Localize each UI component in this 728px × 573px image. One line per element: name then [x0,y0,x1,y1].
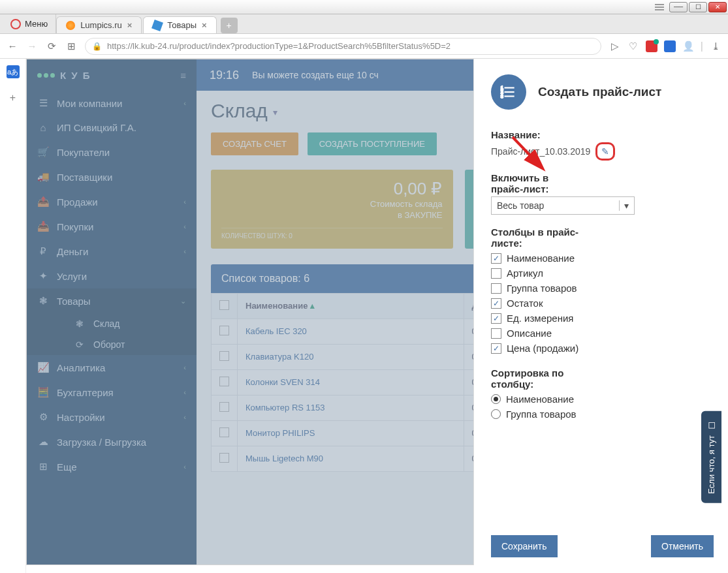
product-link[interactable]: Мышь Ligetech M90 [245,454,323,463]
row-checkbox[interactable] [219,427,229,437]
sidebar-toggle-icon[interactable]: ≡ [180,70,187,81]
bookmark-icon[interactable]: ♡ [627,40,639,52]
minimize-button[interactable]: ── [669,2,688,12]
rouble-icon: ₽ [37,245,49,257]
col-name[interactable]: Наименование ▴ [238,293,464,318]
feedback-tab[interactable]: Если что, я тут ☐ [701,411,721,503]
send-icon[interactable]: ▷ [609,40,621,52]
save-button[interactable]: Сохранить [491,535,558,557]
extension-opera-icon[interactable] [646,40,657,52]
checkbox-icon[interactable] [491,328,501,339]
speed-dial-button[interactable]: ⊞ [65,40,77,52]
sidebar-item-import[interactable]: ☁Загрузка / Выгрузка [27,429,197,454]
sidebar-item-money[interactable]: ₽Деньги‹ [27,239,197,264]
product-link[interactable]: Компьютер RS 1153 [245,403,325,412]
in-icon: 📥 [37,221,49,232]
chevron-down-icon: ▾ [619,200,629,211]
sidebar-item-services[interactable]: ✦Услуги [27,264,197,288]
radio-icon[interactable] [491,409,501,419]
product-link[interactable]: Монитор PHILIPS [245,428,315,438]
tab-lumpics[interactable]: Lumpics.ru × [56,16,142,33]
checkbox-icon[interactable] [491,298,501,309]
sidebar-item-settings[interactable]: ⚙Настройки‹ [27,405,197,429]
translate-sidebar-icon[interactable]: aあ [7,65,20,78]
window-menu-icon[interactable] [655,4,664,10]
column-checkbox-row[interactable]: Группа товаров [491,281,704,296]
sidebar-item-companies[interactable]: ☰Мои компании‹ [27,91,197,116]
column-checkbox-row[interactable]: Ед. измерения [491,311,704,326]
list-icon: ☰ [37,97,49,109]
column-checkbox-row[interactable]: Остаток [491,296,704,311]
new-tab-button[interactable]: + [221,18,238,33]
dialog-title: Создать прайс-лист [538,85,661,99]
product-link[interactable]: Колонки SVEN 314 [245,377,320,387]
sidebar-item-accounting[interactable]: 🧮Бухгалтерия‹ [27,380,197,405]
create-receipt-button[interactable]: СОЗДАТЬ ПОСТУПЛЕНИЕ [308,132,437,155]
checkbox-icon[interactable] [491,343,501,354]
name-label: Название: [491,129,704,140]
sidebar-item-suppliers[interactable]: 🚚Поставщики [27,164,197,189]
sort-radio-row[interactable]: Наименование [491,392,704,407]
include-select[interactable]: Весь товар ▾ [491,196,635,215]
cancel-button[interactable]: Отменить [651,535,714,557]
sort-label: Сортировка по столбцу: [491,367,595,390]
chevron-left-icon: ‹ [183,388,186,396]
create-invoice-button[interactable]: СОЗДАТЬ СЧЕТ [211,132,298,155]
downloads-icon[interactable]: ⤓ [710,40,721,52]
column-checkbox-row[interactable]: Описание [491,326,704,341]
sidebar-sub-warehouse[interactable]: ❃Склад [50,313,197,334]
row-checkbox[interactable] [219,377,229,386]
columns-label: Столбцы в прайс-листе: [491,226,582,249]
checkbox-icon[interactable] [491,268,501,279]
sidebar-item-purchases[interactable]: 📥Покупки‹ [27,214,197,239]
chevron-left-icon: ‹ [183,463,186,471]
sidebar-item-buyers[interactable]: 🛒Покупатели [27,140,197,164]
edit-name-highlight: ✎ [595,142,615,161]
row-checkbox[interactable] [219,453,229,463]
product-link[interactable]: Кабель IEC 320 [245,326,307,336]
column-checkbox-row[interactable]: Цена (продажи) [491,341,704,356]
sidebar-item-products[interactable]: ❃Товары⌄ [27,288,197,313]
profile-icon[interactable]: 👤 [682,40,694,52]
lock-icon: 🔒 [92,42,102,51]
chevron-left-icon: ‹ [183,99,186,107]
sort-radio-row[interactable]: Группа товаров [491,407,704,422]
svg-text:3: 3 [501,94,503,99]
tab-tovary[interactable]: Товары × [143,16,216,33]
checkbox-all[interactable] [219,300,229,310]
sidebar-item-sales[interactable]: 📤Продажи‹ [27,189,197,214]
calc-icon: 🧮 [37,386,49,398]
lumpics-favicon-icon [66,21,75,30]
sidebar-item-ip[interactable]: ⌂ИП Сивицкий Г.А. [27,116,197,140]
checkbox-icon[interactable] [491,313,501,324]
dropdown-icon[interactable]: ▾ [273,107,277,117]
url-field[interactable]: 🔒 https://lk.kub-24.ru/product/index?pro… [85,38,601,55]
name-value: Прайс-лист_10.03.2019 [491,146,590,157]
address-bar: ← → ⟳ ⊞ 🔒 https://lk.kub-24.ru/product/i… [0,34,728,59]
maximize-button[interactable]: ☐ [689,2,707,12]
sidebar-sub-turnover[interactable]: ⟳Оборот [50,334,197,355]
row-checkbox[interactable] [219,351,229,361]
radio-icon[interactable] [491,394,501,404]
tab-close-icon[interactable]: × [202,20,207,30]
reload-button[interactable]: ⟳ [46,40,57,52]
sidebar-item-more[interactable]: ⊞Еще‹ [27,454,197,479]
row-checkbox[interactable] [219,326,229,335]
extension-translate-icon[interactable] [664,40,676,52]
checkbox-icon[interactable] [491,283,501,294]
column-checkbox-row[interactable]: Наименование [491,251,704,266]
card-purchase-cost: 0,00 ₽ Стоимость складав ЗАКУПКЕ КОЛИЧЕС… [211,170,453,249]
gear-icon: ⚙ [37,411,49,423]
add-sidebar-icon[interactable]: + [7,91,20,104]
product-link[interactable]: Клавиатура K120 [245,352,313,362]
tab-close-icon[interactable]: × [127,20,133,30]
window-close-button[interactable]: ✕ [708,2,727,12]
sidebar-item-analytics[interactable]: 📈Аналитика‹ [27,355,197,380]
opera-menu-button[interactable]: Меню [3,14,56,33]
pencil-icon[interactable]: ✎ [601,146,609,157]
back-button[interactable]: ← [7,40,18,52]
checkbox-icon[interactable] [491,253,501,264]
forward-button[interactable]: → [26,40,38,52]
row-checkbox[interactable] [219,402,229,412]
column-checkbox-row[interactable]: Артикул [491,266,704,281]
